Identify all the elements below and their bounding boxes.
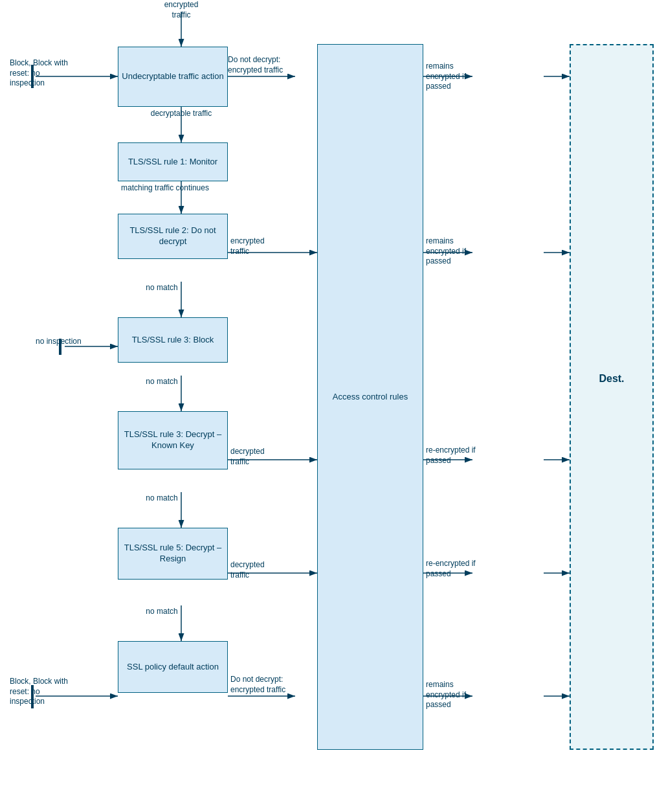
- label-decryptable-traffic: decryptable traffic: [136, 109, 227, 119]
- block-indicator-top: [31, 65, 34, 88]
- box-default: SSL policy default action: [118, 641, 228, 693]
- box-access-control: Access control rules: [317, 44, 423, 750]
- label-no-match3: no match: [136, 493, 188, 504]
- label-do-not-decrypt-top: Do not decrypt: encrypted traffic: [228, 55, 296, 75]
- label-do-not-decrypt-bottom: Do not decrypt: encrypted traffic: [230, 675, 295, 695]
- label-no-inspection: no inspection: [36, 337, 97, 347]
- box-undecryptable: Undecryptable traffic action: [118, 47, 228, 107]
- label-remains-encrypted-1: remains encrypted if passed: [426, 62, 484, 92]
- label-decrypted-traffic2: decrypted traffic: [230, 560, 282, 580]
- label-remains-encrypted-2: remains encrypted if passed: [426, 236, 484, 267]
- box-rule1: TLS/SSL rule 1: Monitor: [118, 142, 228, 181]
- block-indicator-rule3: [59, 339, 61, 355]
- box-rule5: TLS/SSL rule 5: Decrypt – Resign: [118, 528, 228, 580]
- box-rule4: TLS/SSL rule 3: Decrypt – Known Key: [118, 411, 228, 469]
- block-indicator-bottom: [31, 685, 34, 708]
- label-block-bottom: Block, Block with reset: no inspection: [10, 677, 74, 707]
- label-dest: Dest.: [579, 372, 644, 386]
- diagram-container: encrypted traffic Block, Block with rese…: [0, 0, 666, 812]
- label-no-match2: no match: [136, 377, 188, 387]
- label-re-encrypted-1: re-encrypted if passed: [426, 445, 484, 466]
- label-re-encrypted-2: re-encrypted if passed: [426, 559, 484, 579]
- label-encrypted-traffic-top: encrypted traffic: [155, 0, 207, 20]
- box-rule3: TLS/SSL rule 3: Block: [118, 317, 228, 363]
- label-no-match4: no match: [136, 607, 188, 617]
- label-no-match1: no match: [136, 283, 188, 293]
- box-rule2: TLS/SSL rule 2: Do not decrypt: [118, 214, 228, 259]
- label-remains-encrypted-3: remains encrypted if passed: [426, 680, 484, 710]
- label-block-top: Block, Block with reset: no inspection: [10, 58, 74, 89]
- label-decrypted-traffic1: decrypted traffic: [230, 447, 282, 467]
- label-matching-continues: matching traffic continues: [100, 183, 230, 194]
- label-encrypted-traffic-mid: encrypted traffic: [230, 236, 282, 256]
- box-dest: [570, 44, 654, 750]
